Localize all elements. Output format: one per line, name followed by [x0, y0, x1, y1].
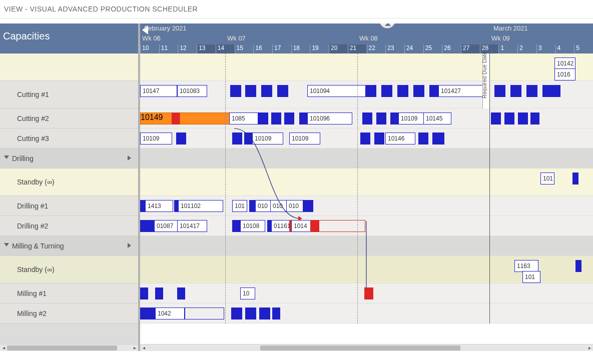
scroll-right-icon[interactable]: ▸ — [131, 344, 138, 352]
task-bar[interactable] — [232, 220, 240, 232]
task-bar[interactable] — [575, 260, 581, 272]
task-bar[interactable] — [418, 132, 428, 144]
gantt-row[interactable] — [140, 148, 593, 168]
task-bar[interactable] — [259, 308, 270, 320]
expand-icon[interactable] — [4, 243, 9, 246]
task-bar[interactable] — [504, 112, 514, 124]
task-bar-labeled[interactable]: 10 — [240, 288, 255, 300]
task-bar-labeled[interactable]: 010 — [270, 200, 287, 212]
sidebar-scroll-thumb[interactable] — [7, 346, 117, 350]
task-bar-labeled[interactable]: 101 — [232, 200, 247, 212]
task-bar-labeled[interactable]: 101 — [522, 271, 540, 283]
gantt-row[interactable]: 1163101 — [140, 256, 593, 284]
task-bar[interactable] — [362, 112, 372, 124]
task-bar[interactable] — [231, 308, 242, 320]
task-bar-labeled[interactable]: 10147 — [140, 85, 177, 97]
task-bar-labeled[interactable]: 10109 — [398, 112, 426, 124]
task-bar[interactable] — [245, 85, 256, 97]
task-bar-labeled[interactable]: 10146 — [385, 132, 415, 144]
task-bar[interactable] — [172, 112, 180, 124]
collapse-toggle[interactable] — [379, 24, 395, 28]
task-bar[interactable] — [491, 112, 501, 124]
task-bar[interactable] — [284, 112, 294, 124]
task-bar-labeled[interactable]: 1014 — [291, 220, 311, 232]
task-bar[interactable] — [140, 288, 148, 300]
gantt-row[interactable]: 1413101102101010010010 — [140, 196, 593, 216]
task-bar-labeled[interactable]: 101083 — [177, 85, 207, 97]
task-bar-labeled[interactable]: 101096 — [307, 112, 352, 124]
task-bar[interactable] — [303, 200, 313, 212]
task-bar-labeled[interactable]: 101417 — [177, 220, 207, 232]
task-bar-labeled[interactable]: 010 — [286, 200, 303, 212]
task-bar-labeled[interactable]: 10109 — [252, 132, 283, 144]
task-bar[interactable] — [155, 288, 163, 300]
scroll-right-icon[interactable]: ▸ — [586, 344, 593, 351]
task-bar[interactable] — [526, 85, 537, 97]
task-bar[interactable] — [272, 308, 280, 320]
gantt-scroll-thumb[interactable] — [260, 346, 460, 350]
task-bar[interactable] — [315, 220, 365, 232]
task-bar[interactable] — [365, 85, 376, 97]
task-bar[interactable] — [530, 112, 539, 124]
task-bar[interactable] — [230, 85, 241, 97]
task-bar[interactable] — [364, 288, 373, 300]
task-bar[interactable] — [381, 85, 392, 97]
task-bar-labeled[interactable]: 01161 — [271, 220, 291, 232]
task-bar[interactable] — [184, 308, 224, 320]
gantt-row[interactable]: 0108710141710108011611014 — [140, 216, 593, 236]
task-bar-labeled[interactable]: 01087 — [154, 220, 180, 232]
task-bar[interactable] — [432, 132, 444, 144]
chevron-right-icon[interactable] — [128, 156, 131, 160]
task-bar-labeled[interactable]: 1042 — [155, 308, 185, 320]
task-bar-labeled[interactable]: 1016 — [554, 68, 575, 80]
task-bar[interactable] — [258, 112, 268, 124]
task-bar[interactable] — [140, 220, 154, 232]
task-bar[interactable] — [176, 132, 186, 144]
task-bar-labeled[interactable]: 10109 — [289, 132, 320, 144]
task-bar[interactable] — [232, 132, 242, 144]
task-bar-labeled[interactable]: 1163 — [514, 260, 538, 272]
resource-group[interactable]: Milling & Turning — [0, 236, 138, 256]
task-bar-labeled[interactable]: 101427 — [438, 85, 483, 97]
task-bar-labeled[interactable]: 10145 — [423, 112, 451, 124]
task-bar[interactable] — [542, 85, 553, 97]
task-bar-labeled[interactable]: 1413 — [145, 200, 173, 212]
task-bar[interactable] — [494, 85, 505, 97]
gantt-row[interactable] — [140, 236, 593, 256]
chevron-right-icon[interactable] — [128, 243, 131, 248]
gantt-row[interactable]: 10 — [140, 284, 593, 304]
task-bar-labeled[interactable]: 101094 — [307, 85, 367, 97]
gantt-row[interactable]: 101 — [140, 168, 593, 196]
gantt-row[interactable]: 10109101091010910146 — [140, 128, 593, 148]
gantt-row[interactable]: 10147101083101094101427 — [140, 81, 593, 108]
task-bar[interactable] — [518, 112, 528, 124]
gantt-row[interactable]: 1042 — [140, 304, 593, 324]
expand-icon[interactable] — [4, 156, 9, 159]
gantt-area[interactable]: February 2021March 2021 Wk 06Wk 07Wk 08W… — [140, 24, 593, 351]
task-bar[interactable] — [374, 132, 384, 144]
task-bar[interactable] — [245, 308, 256, 320]
task-bar[interactable] — [261, 85, 272, 97]
gantt-row[interactable]: 101421016 — [140, 54, 593, 81]
task-bar-labeled[interactable]: 1085 — [229, 112, 258, 124]
task-bar[interactable] — [271, 112, 281, 124]
task-bar[interactable] — [553, 85, 560, 97]
task-bar[interactable] — [376, 112, 386, 124]
scroll-left-icon[interactable]: ◂ — [0, 344, 7, 352]
sidebar-scrollbar[interactable]: ◂ ▸ — [0, 344, 138, 351]
gantt-scrollbar[interactable]: ◂ ▸ — [140, 344, 593, 351]
task-bar-labeled[interactable]: 010 — [255, 200, 272, 212]
task-bar[interactable] — [277, 85, 288, 97]
task-bar-labeled[interactable]: 10142 — [554, 58, 575, 70]
task-bar[interactable] — [360, 132, 370, 144]
gantt-body[interactable]: 1014210161014710108310109410142710149108… — [140, 54, 593, 324]
task-bar[interactable] — [413, 85, 424, 97]
task-bar[interactable] — [572, 172, 578, 184]
task-bar[interactable] — [397, 85, 408, 97]
task-bar-labeled[interactable]: 101 — [540, 172, 554, 184]
gantt-row[interactable]: 1014910851010961010910145 — [140, 108, 593, 128]
task-bar[interactable] — [140, 308, 157, 320]
task-bar-labeled[interactable]: 101102 — [178, 200, 223, 212]
task-bar[interactable] — [510, 85, 521, 97]
scroll-left-icon[interactable]: ◂ — [140, 344, 147, 351]
